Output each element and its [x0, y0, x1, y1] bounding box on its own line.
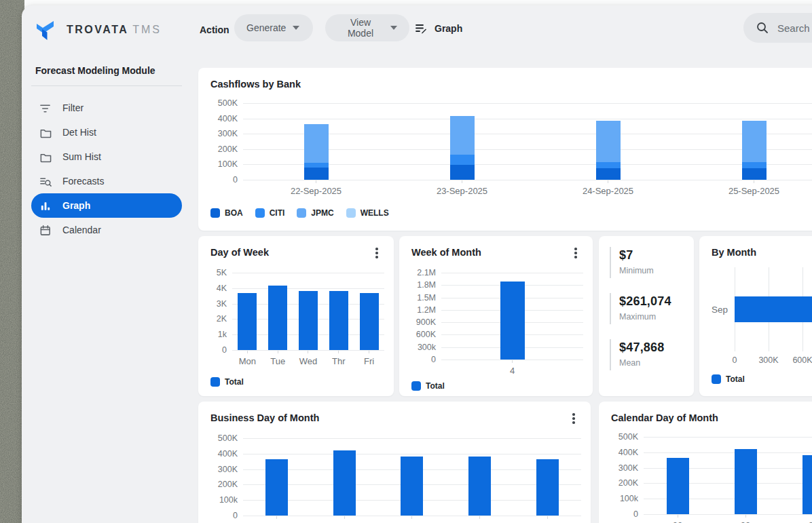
y-tick-label: 1k: [218, 330, 227, 339]
legend-label: Total: [225, 377, 244, 387]
legend-item-citi[interactable]: CITI: [255, 208, 285, 218]
cashflows-chart: 500K400K300K200K100K022-Sep-202523-Sep-2…: [198, 103, 812, 196]
bar-segment-total: [667, 458, 689, 514]
x-tick-label: Mon: [239, 356, 256, 366]
bar-segment-jpmc: [304, 124, 329, 163]
day-of-week-chart: 5K4K3K2K1k0MonTueWedThrFri: [198, 273, 394, 366]
x-tick-label: 0: [733, 355, 737, 365]
bar-segment-citi: [596, 162, 621, 168]
y-tick-label: 100k: [620, 494, 638, 503]
y-tick-label: 5K: [217, 268, 227, 277]
sidebar-item-det-hist[interactable]: Det Hist: [31, 120, 182, 144]
stat-label: Maximum: [619, 312, 694, 322]
y-tick-label: 600K: [416, 330, 436, 339]
legend-item-total[interactable]: Total: [210, 377, 244, 387]
y-tick-label: 400K: [218, 449, 238, 459]
y-tick-label: 1.8M: [417, 280, 436, 290]
stat-value: $7: [619, 248, 694, 263]
calendar-day-chart: 500K400K300K200K100k0222324: [599, 437, 812, 523]
legend-swatch: [411, 381, 421, 391]
bar-segment-total: [268, 286, 287, 350]
x-tick-label: 4: [510, 366, 515, 376]
legend-swatch: [297, 208, 306, 218]
legend-item-jpmc[interactable]: JPMC: [297, 208, 333, 218]
y-tick-label: 2.1M: [417, 268, 436, 277]
edit-list-icon: [414, 22, 428, 35]
graph-mode-indicator[interactable]: Graph: [414, 22, 462, 35]
card-title: Business Day of Month: [210, 412, 319, 423]
stat-label: Minimum: [619, 266, 694, 275]
bar-chart-icon: [39, 199, 52, 212]
sidebar-item-label: Graph: [62, 200, 90, 211]
card-business-day-of-month: Business Day of Month 500K400K300K200K10…: [198, 402, 591, 523]
view-model-button[interactable]: View Model: [325, 14, 409, 41]
sidebar-item-graph[interactable]: Graph: [31, 193, 182, 218]
sidebar-item-forecasts[interactable]: Forecasts: [31, 169, 182, 193]
sidebar-item-sum-hist[interactable]: Sum Hist: [31, 144, 182, 169]
card-title: Calendar Day of Month: [611, 412, 718, 423]
calendar-icon: [39, 224, 52, 237]
generate-label: Generate: [246, 22, 286, 33]
stat-label: Mean: [619, 358, 694, 368]
search-icon: [756, 21, 769, 35]
bar-segment-jpmc: [596, 121, 621, 162]
bar-segment-total: [500, 282, 525, 360]
legend-item-total[interactable]: Total: [411, 381, 445, 391]
y-tick-label: 500K: [218, 433, 238, 443]
legend-label: BOA: [225, 208, 243, 218]
sidebar-item-calendar[interactable]: Calendar: [31, 218, 182, 242]
bar-segment-citi: [304, 163, 329, 168]
bar-segment-total: [299, 291, 318, 350]
bar-segment-boa: [450, 165, 475, 180]
y-tick-label: 400K: [619, 448, 638, 457]
x-tick-label: Wed: [299, 356, 318, 366]
legend-item-wells[interactable]: WELLS: [346, 208, 389, 218]
y-tick-label: 0: [431, 355, 436, 364]
bar-segment-total: [802, 455, 812, 514]
gridline: [232, 350, 384, 351]
by-month-chart: Sep0300K600K: [699, 267, 812, 368]
cashflows-legend: BOACITIJPMCWELLS: [198, 208, 812, 218]
x-tick-label: 24-Sep-2025: [583, 186, 633, 196]
generate-button[interactable]: Generate: [234, 14, 313, 41]
legend-label: WELLS: [361, 208, 389, 218]
legend-swatch: [346, 208, 356, 218]
legend-item-total[interactable]: Total: [712, 374, 745, 384]
business-day-chart: 500K400K300K200K100k01617181920: [198, 438, 591, 523]
y-tick-label: 900K: [416, 317, 436, 327]
legend-item-boa[interactable]: BOA: [210, 208, 243, 218]
kebab-menu-button[interactable]: [568, 412, 580, 425]
search-input[interactable]: Search: [743, 13, 812, 43]
stat-mean: $47,868 Mean: [610, 339, 694, 370]
card-day-of-week: Day of Week 5K4K3K2K1k0MonTueWedThrFri T…: [198, 236, 394, 396]
trovata-logo-icon: [34, 18, 57, 41]
day-of-week-legend: Total: [198, 377, 394, 387]
stat-maximum: $261,074 Maximum: [610, 293, 694, 324]
bar-segment-total: [468, 457, 491, 516]
kebab-menu-button[interactable]: [371, 247, 383, 259]
search-placeholder: Search: [777, 22, 810, 34]
x-tick-label: 23: [741, 520, 750, 523]
x-tick-label: 22: [673, 520, 682, 523]
graph-mode-label: Graph: [435, 23, 462, 34]
y-tick-label: 100k: [219, 495, 238, 505]
list-search-icon: [39, 175, 52, 188]
x-tick-label: 22-Sep-2025: [291, 186, 342, 196]
week-of-month-chart: 2.1M1.8M1.5M1.2M900K600K300k04: [399, 273, 593, 376]
y-tick-label: 3K: [217, 299, 227, 309]
sidebar-item-label: Forecasts: [62, 176, 104, 187]
bar-segment-boa: [596, 168, 621, 180]
x-tick-label: 24: [809, 520, 812, 523]
kebab-menu-button[interactable]: [570, 247, 582, 259]
bar-segment-total: [735, 449, 757, 514]
category-label: Sep: [712, 267, 735, 351]
y-tick-label: 4K: [217, 284, 227, 293]
filter-icon: [39, 102, 52, 115]
sidebar-item-filter[interactable]: Filter: [31, 96, 182, 120]
bar-segment-total: [238, 293, 257, 350]
card-title: By Month: [712, 247, 756, 258]
stat-value: $261,074: [619, 294, 694, 309]
bar-segment-total: [265, 459, 288, 516]
card-cashflows-by-bank: Cashflows by Bank 500K400K300K200K100K02…: [198, 68, 812, 231]
bar-segment-boa: [742, 168, 767, 180]
